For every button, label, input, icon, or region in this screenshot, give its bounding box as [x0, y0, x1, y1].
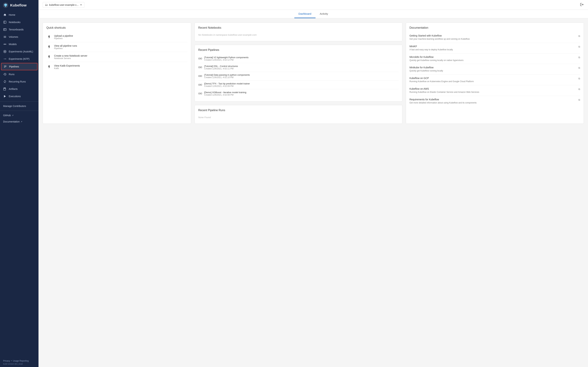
tab-dashboard[interactable]: Dashboard — [294, 10, 316, 18]
doc-item-5[interactable]: Kubeflow on AWS Running Kubeflow on Elas… — [409, 85, 580, 96]
doc-item-1[interactable]: MiniKF A fast and easy way to deploy Kub… — [409, 43, 580, 53]
shortcut-sub-1: Pipelines — [54, 47, 77, 50]
shortcut-upload-pipeline[interactable]: Upload a pipeline Pipelines — [46, 32, 187, 42]
app-title: Kubeflow — [10, 3, 26, 7]
sidebar-documentation-label: Documentation — [3, 120, 20, 123]
shortcut-view-katib[interactable]: View Katib Experiments Katib — [46, 62, 187, 72]
doc-name-2: Microk8s for Kubeflow — [409, 56, 464, 58]
doc-desc-2: Quickly get Kubeflow running locally on … — [409, 59, 464, 62]
doc-item-6[interactable]: Requirements for Kubeflow Get more detai… — [409, 96, 580, 106]
sidebar-item-experiments-automl[interactable]: Experiments (AutoML) — [0, 48, 38, 55]
usage-reporting-link[interactable]: Usage Reporting — [13, 360, 29, 362]
tab-activity[interactable]: Activity — [316, 10, 332, 18]
shortcut-label-3: View Katib Experiments — [54, 64, 80, 67]
recent-pipelines-card: Recent Pipelines [Tutorial] V2 lightweig… — [195, 45, 402, 101]
pipeline-icon-3 — [198, 83, 202, 87]
experiments-automl-icon — [3, 50, 7, 53]
shortcut-label-0: Upload a pipeline — [54, 34, 73, 37]
shortcut-list: Upload a pipeline Pipelines View all pip… — [46, 32, 187, 72]
sidebar-label-runs: Runs — [9, 73, 15, 76]
sidebar-item-executions[interactable]: Executions — [0, 93, 38, 100]
sidebar-label-artifacts: Artifacts — [9, 88, 18, 90]
pipeline-item-4[interactable]: [Demo] XGBoost - Iterative model trainin… — [198, 89, 399, 98]
doc-item-3[interactable]: Minikube for Kubeflow Quickly get Kubefl… — [409, 64, 580, 75]
pipeline-icon-1 — [198, 65, 202, 70]
pipeline-name-2: [Tutorial] Data passing in python compon… — [204, 74, 250, 76]
doc-name-0: Getting Started with Kubeflow — [409, 34, 470, 37]
recent-notebooks-empty: No Notebooks in namespace kubeflow-user-… — [198, 32, 399, 38]
sidebar-manage-contributors[interactable]: Manage Contributors — [0, 103, 38, 109]
pipeline-item-1[interactable]: [Tutorial] DSL - Control structures Crea… — [198, 63, 399, 72]
sidebar-label-pipelines: Pipelines — [9, 65, 19, 68]
quick-shortcuts-title: Quick shortcuts — [46, 26, 187, 29]
documentation-title: Documentation — [409, 26, 580, 29]
sidebar-item-recurring-runs[interactable]: Recurring Runs — [0, 78, 38, 85]
doc-item-2[interactable]: Microk8s for Kubeflow Quickly get Kubefl… — [409, 53, 580, 64]
doc-desc-6: Get more detailed information about usin… — [409, 101, 477, 104]
pipeline-name-1: [Tutorial] DSL - Control structures — [204, 65, 238, 67]
recent-pipeline-runs-empty: None Found — [198, 115, 399, 120]
svg-point-8 — [6, 44, 6, 45]
sidebar-footer: Privacy • Usage Reporting build version … — [0, 358, 38, 367]
sidebar-item-notebooks[interactable]: Notebooks — [0, 18, 38, 26]
sidebar-item-experiments-kfp[interactable]: Experiments (KFP) — [0, 55, 38, 63]
lightning-icon-1 — [46, 44, 52, 50]
doc-item-4[interactable]: Kubeflow on GCP Running Kubeflow on Kube… — [409, 75, 580, 85]
sidebar-documentation[interactable]: Documentation ↗ — [0, 118, 38, 125]
models-icon — [3, 42, 7, 46]
pipeline-name-0: [Tutorial] V2 lightweight Python compone… — [204, 56, 249, 59]
sidebar-label-home: Home — [9, 13, 15, 16]
namespace-dropdown-icon: ▼ — [80, 4, 82, 6]
sidebar-github-label: GitHub — [3, 114, 11, 117]
doc-ext-icon-3: ⧉ — [578, 67, 580, 69]
namespace-selector[interactable]: 🗂 kubeflow-user-example-c... ▼ — [43, 2, 84, 8]
svg-rect-18 — [200, 67, 202, 68]
doc-desc-5: Running Kubeflow on Elastic Container Se… — [409, 91, 479, 94]
build-version: build version dev_local — [3, 363, 35, 365]
sidebar-label-models: Models — [9, 43, 17, 46]
pipeline-date-0: Created 12/6/2021, 4:02:12 PM — [204, 59, 249, 61]
doc-name-3: Minikube for Kubeflow — [409, 66, 443, 69]
shortcut-label-2: Create a new Notebook server — [54, 54, 87, 57]
svg-rect-17 — [199, 67, 200, 68]
pipeline-item-2[interactable]: [Tutorial] Data passing in python compon… — [198, 72, 399, 81]
sidebar-item-artifacts[interactable]: Artifacts — [0, 85, 38, 93]
svg-rect-21 — [200, 75, 202, 76]
svg-rect-1 — [4, 21, 6, 23]
sidebar-item-runs[interactable]: Runs — [0, 71, 38, 78]
svg-point-6 — [5, 44, 5, 45]
svg-rect-14 — [199, 58, 200, 59]
main-panel: 🗂 kubeflow-user-example-c... ▼ Dashboard… — [38, 0, 588, 367]
shortcut-create-notebook[interactable]: Create a new Notebook server Notebook Se… — [46, 52, 187, 62]
pipelines-icon — [3, 65, 7, 68]
doc-name-6: Requirements for Kubeflow — [409, 98, 477, 101]
pipeline-item-0[interactable]: [Tutorial] V2 lightweight Python compone… — [198, 54, 399, 63]
topbar: 🗂 kubeflow-user-example-c... ▼ — [38, 0, 588, 10]
svg-rect-24 — [200, 84, 202, 85]
sidebar-github[interactable]: GitHub ↗ — [0, 112, 38, 118]
recurring-runs-icon — [3, 80, 7, 83]
privacy-link[interactable]: Privacy — [3, 360, 10, 362]
sidebar-item-home[interactable]: Home — [0, 11, 38, 18]
external-link-icon-doc: ↗ — [21, 121, 22, 123]
sidebar-label-executions: Executions — [9, 95, 21, 98]
sidebar-item-tensorboards[interactable]: Tensorboards — [0, 26, 38, 33]
runs-icon — [3, 73, 7, 76]
pipeline-date-4: Created 12/6/2021, 4:02:08 PM — [204, 94, 246, 96]
volumes-icon — [3, 35, 7, 39]
sidebar-manage-contributors-label: Manage Contributors — [3, 105, 26, 108]
pipeline-name-4: [Demo] XGBoost - Iterative model trainin… — [204, 91, 246, 94]
doc-item-0[interactable]: Getting Started with Kubeflow Get your m… — [409, 32, 580, 43]
quick-shortcuts-card: Quick shortcuts Upload a pipeline Pipeli… — [43, 23, 191, 124]
svg-point-11 — [4, 50, 6, 53]
sidebar-label-volumes: Volumes — [9, 35, 18, 38]
logout-button[interactable] — [580, 3, 584, 7]
pipeline-icon-4 — [198, 92, 202, 96]
sidebar-item-volumes[interactable]: Volumes — [0, 33, 38, 41]
sidebar-item-pipelines[interactable]: Pipelines — [1, 63, 37, 70]
shortcut-view-runs[interactable]: View all pipeline runs Pipelines — [46, 42, 187, 52]
sidebar-item-models[interactable]: Models — [0, 41, 38, 48]
notebook-icon — [3, 20, 7, 24]
svg-rect-23 — [199, 84, 200, 85]
pipeline-item-3[interactable]: [Demo] TFX - Taxi tip prediction model t… — [198, 81, 399, 89]
